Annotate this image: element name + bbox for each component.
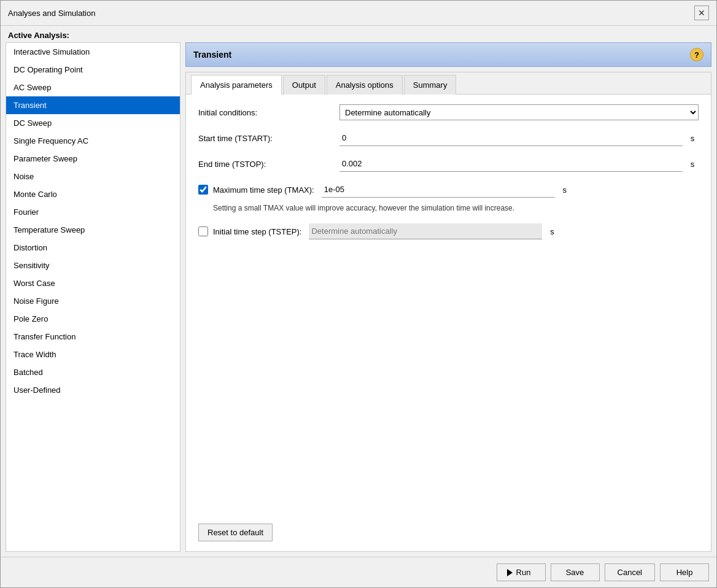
sidebar-item-transient[interactable]: Transient	[6, 96, 180, 114]
sidebar-item-noise-figure[interactable]: Noise Figure	[6, 292, 180, 310]
tab-analysis-options[interactable]: Analysis options	[327, 75, 403, 95]
initial-conditions-row: Initial conditions: Determine automatica…	[198, 104, 699, 120]
max-timestep-unit: s	[559, 185, 571, 195]
tabs-header: Analysis parametersOutputAnalysis option…	[186, 72, 711, 95]
spacer	[186, 259, 711, 519]
start-time-row: Start time (TSTART): s	[198, 130, 699, 146]
tabs-panel-wrapper: Analysis parametersOutputAnalysis option…	[185, 72, 711, 552]
sidebar-item-distortion[interactable]: Distortion	[6, 239, 180, 257]
panel-header: Transient ?	[185, 42, 711, 67]
run-arrow-icon	[507, 569, 513, 576]
sidebar-item-dc-sweep[interactable]: DC Sweep	[6, 114, 180, 132]
initial-timestep-checkbox[interactable]	[198, 226, 208, 236]
sidebar-item-temperature-sweep[interactable]: Temperature Sweep	[6, 221, 180, 239]
sidebar: Interactive SimulationDC Operating Point…	[6, 42, 180, 552]
initial-conditions-select[interactable]: Determine automaticallySet to zeroUser-d…	[339, 104, 699, 120]
start-time-unit: s	[686, 134, 699, 143]
start-time-input[interactable]	[339, 130, 683, 146]
sidebar-item-trace-width[interactable]: Trace Width	[6, 346, 180, 363]
initial-timestep-unit: s	[546, 227, 558, 236]
start-time-label: Start time (TSTART):	[198, 134, 339, 143]
run-button[interactable]: Run	[497, 563, 546, 581]
initial-conditions-label: Initial conditions:	[198, 108, 339, 117]
window-title: Analyses and Simulation	[8, 9, 95, 18]
main-window: Analyses and Simulation ✕ Active Analysi…	[0, 0, 717, 588]
help-button[interactable]: Help	[660, 563, 709, 581]
sidebar-item-transfer-function[interactable]: Transfer Function	[6, 328, 180, 346]
title-bar: Analyses and Simulation ✕	[1, 1, 716, 26]
sidebar-item-monte-carlo[interactable]: Monte Carlo	[6, 185, 180, 203]
reset-button[interactable]: Reset to default	[198, 524, 273, 541]
right-panel: Transient ? Analysis parametersOutputAna…	[185, 42, 711, 552]
max-timestep-input[interactable]	[322, 182, 555, 198]
max-timestep-row: Maximum time step (TMAX): s	[198, 182, 699, 198]
reset-area: Reset to default	[186, 519, 711, 551]
initial-timestep-label: Initial time step (TSTEP):	[213, 227, 301, 236]
bottom-bar: Run Save Cancel Help	[1, 557, 716, 587]
end-time-row: End time (TSTOP): s	[198, 156, 699, 172]
initial-timestep-row: Initial time step (TSTEP): s	[198, 223, 699, 239]
sidebar-item-user-defined[interactable]: User-Defined	[6, 381, 180, 399]
sidebar-item-batched[interactable]: Batched	[6, 363, 180, 381]
max-timestep-label: Maximum time step (TMAX):	[213, 185, 314, 195]
sidebar-item-noise[interactable]: Noise	[6, 168, 180, 185]
sidebar-item-single-frequency-ac[interactable]: Single Frequency AC	[6, 132, 180, 150]
sidebar-item-interactive-simulation[interactable]: Interactive Simulation	[6, 43, 180, 61]
hint-text: Setting a small TMAX value will improve …	[213, 203, 581, 214]
main-content: Interactive SimulationDC Operating Point…	[1, 42, 716, 557]
tab-analysis-parameters[interactable]: Analysis parameters	[191, 75, 282, 95]
tab-output[interactable]: Output	[283, 75, 325, 95]
sidebar-item-worst-case[interactable]: Worst Case	[6, 274, 180, 292]
sidebar-item-sensitivity[interactable]: Sensitivity	[6, 257, 180, 274]
help-icon[interactable]: ?	[690, 48, 703, 61]
sidebar-item-pole-zero[interactable]: Pole Zero	[6, 310, 180, 328]
tab-summary[interactable]: Summary	[404, 75, 457, 95]
end-time-label: End time (TSTOP):	[198, 160, 339, 169]
end-time-unit: s	[686, 160, 699, 169]
sidebar-item-fourier[interactable]: Fourier	[6, 203, 180, 221]
close-button[interactable]: ✕	[694, 6, 709, 20]
end-time-input[interactable]	[339, 156, 683, 172]
max-timestep-checkbox[interactable]	[198, 185, 208, 195]
run-label: Run	[516, 568, 531, 577]
panel-title: Transient	[193, 50, 231, 60]
form-section: Initial conditions: Determine automatica…	[186, 95, 711, 259]
cancel-button[interactable]: Cancel	[605, 563, 655, 581]
sidebar-item-parameter-sweep[interactable]: Parameter Sweep	[6, 150, 180, 168]
active-analysis-label: Active Analysis:	[1, 26, 716, 42]
sidebar-item-ac-sweep[interactable]: AC Sweep	[6, 79, 180, 96]
initial-timestep-input[interactable]	[309, 223, 542, 239]
sidebar-item-dc-operating-point[interactable]: DC Operating Point	[6, 61, 180, 79]
save-button[interactable]: Save	[551, 563, 600, 581]
